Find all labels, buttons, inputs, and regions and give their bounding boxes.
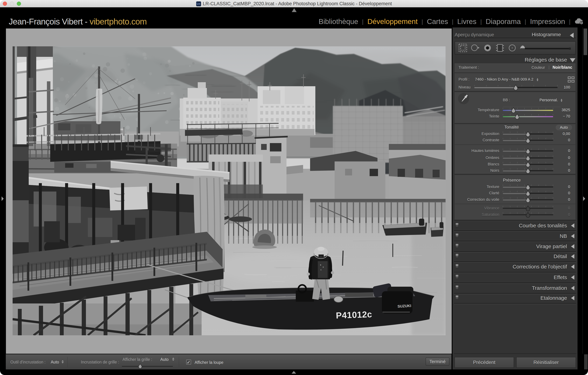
svg-text:SUZUKI: SUZUKI — [398, 304, 411, 308]
svg-text:P41012c: P41012c — [336, 309, 372, 320]
svg-text:!: ! — [581, 21, 582, 24]
